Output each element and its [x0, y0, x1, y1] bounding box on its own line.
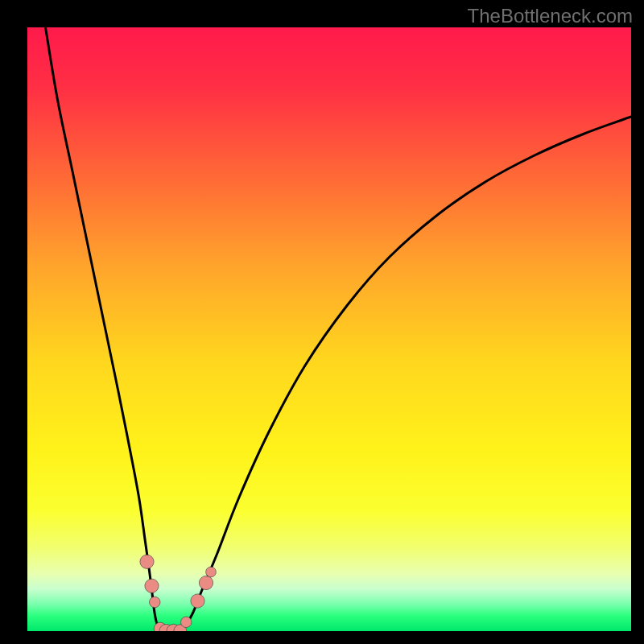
bead-marker: [191, 594, 204, 608]
chart-frame: TheBottleneck.com: [0, 0, 644, 644]
bead-marker: [206, 567, 217, 577]
plot-area: [27, 27, 631, 631]
curve-right-branch: [180, 117, 631, 631]
bead-marker: [150, 597, 161, 608]
bead-marker: [140, 555, 154, 568]
chart-curves: [27, 27, 631, 631]
bead-marker: [181, 617, 192, 628]
curve-beads: [140, 555, 217, 631]
bead-marker: [199, 576, 213, 589]
bead-marker: [145, 579, 159, 592]
watermark-text: TheBottleneck.com: [468, 5, 633, 27]
curve-left-branch: [46, 27, 180, 631]
